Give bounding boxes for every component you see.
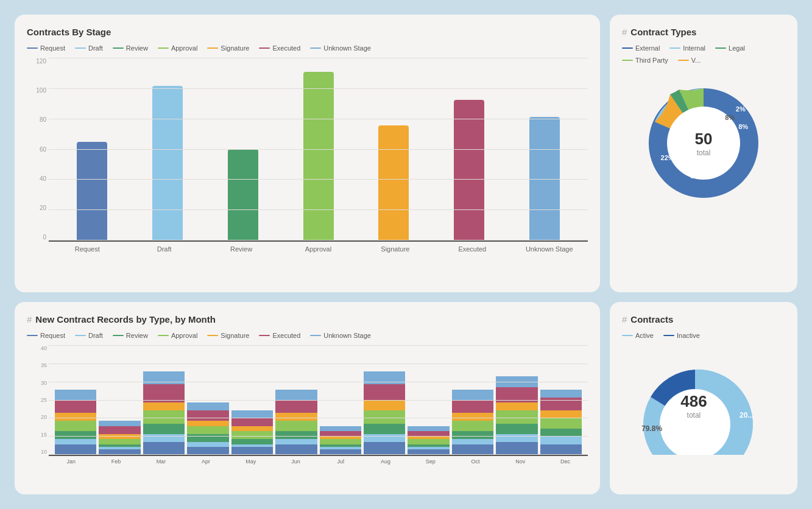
contracts-by-stage-title: Contracts By Stage: [27, 27, 588, 37]
stacked-bar-segment: [540, 410, 582, 418]
stacked-bar-segment: [540, 429, 582, 437]
stacked-bar-segment: [231, 418, 273, 426]
stacked-bar-segment: [275, 400, 317, 413]
contracts-legend: Active Inactive: [622, 332, 785, 339]
stacked-bar-segment: [99, 421, 140, 426]
stacked-bar-segment: [364, 434, 405, 442]
stacked-bar-segment: [55, 431, 96, 439]
stacked-bar-segment: [231, 410, 273, 418]
contracts-title: # Contracts: [622, 314, 785, 325]
stacked-bar-segment: [55, 413, 96, 421]
stacked-bar-segment: [55, 390, 96, 400]
stacked-bar-segment: [55, 444, 96, 455]
stacked-bar-segment: [364, 371, 405, 384]
stacked-bar-col: [275, 390, 317, 455]
stacked-bar-segment: [99, 426, 140, 434]
stacked-bar-segment: [231, 447, 273, 455]
legend-inactive: Inactive: [663, 332, 700, 339]
stacked-bar-segment: [187, 434, 228, 442]
stacked-bar-segment: [231, 439, 273, 444]
stacked-bar-segment: [320, 439, 361, 444]
new-contract-records-card: # New Contract Records by Type, by Month…: [15, 302, 600, 494]
stacked-bar-segment: [99, 439, 140, 444]
stacked-bar-segment: [496, 376, 537, 387]
bar: [378, 125, 409, 240]
stacked-bar-col: [452, 390, 493, 455]
stacked-bar-col: [408, 426, 449, 455]
stacked-bar-segment: [275, 431, 317, 439]
bar: [152, 86, 183, 240]
contract-types-title: # Contract Types: [622, 27, 785, 37]
stacked-bar-segment: [275, 413, 317, 421]
stacked-bar-segment: [143, 402, 185, 410]
stacked-bar-segment: [320, 431, 361, 437]
stacked-bar-segment: [275, 390, 317, 400]
stacked-bar-segment: [452, 400, 493, 413]
bar: [529, 117, 560, 240]
stacked-bar-col: [143, 371, 185, 455]
stacked-bar-segment: [99, 434, 140, 440]
stacked-bar-segment: [275, 421, 317, 431]
bar: [228, 149, 258, 240]
stacked-bar-segment: [231, 426, 273, 432]
stacked-bar-segment: [452, 439, 493, 444]
bar-col: [281, 58, 356, 240]
bar-col: [206, 58, 280, 240]
bar-col: [356, 58, 431, 240]
contract-types-card: # Contract Types ExternalInternalLegalTh…: [610, 15, 797, 292]
contracts-by-stage-legend: RequestDraftReviewApprovalSignatureExecu…: [27, 44, 588, 52]
stacked-bar-segment: [364, 424, 405, 434]
contract-types-legend: ExternalInternalLegalThird PartyV...: [622, 44, 785, 64]
stacked-bar-segment: [143, 371, 185, 384]
stacked-bar-segment: [143, 384, 185, 402]
stacked-bar-segment: [55, 400, 96, 413]
contracts-by-stage-card: Contracts By Stage RequestDraftReviewApp…: [15, 15, 600, 292]
stacked-bar-segment: [231, 431, 273, 439]
stacked-bar-segment: [496, 387, 537, 403]
stacked-bar-segment: [55, 421, 96, 431]
stacked-bar-segment: [496, 434, 537, 442]
bar-col: [507, 58, 582, 240]
legend-active: Active: [622, 332, 654, 339]
stacked-bar-segment: [452, 413, 493, 421]
stacked-bar-col: [99, 421, 140, 455]
stacked-bar-segment: [364, 410, 405, 423]
new-contract-legend: RequestDraftReviewApprovalSignatureExecu…: [27, 332, 588, 339]
stacked-bar-segment: [452, 390, 493, 400]
stacked-bar-segment: [187, 421, 228, 426]
stacked-bar-col: [231, 410, 273, 455]
bar-col: [130, 58, 205, 240]
stacked-bar-segment: [452, 421, 493, 431]
stacked-bar-segment: [496, 410, 537, 423]
new-contract-records-title: # New Contract Records by Type, by Month: [27, 314, 588, 325]
stacked-bar-segment: [496, 402, 537, 410]
stacked-bar-segment: [275, 444, 317, 455]
bar-col: [432, 58, 506, 240]
stacked-bar-segment: [187, 442, 228, 448]
stacked-bar-segment: [364, 400, 405, 410]
stacked-bar-segment: [408, 426, 449, 432]
contracts-card: # Contracts Active Inactive: [610, 302, 797, 494]
stacked-bar-col: [187, 402, 228, 455]
stacked-bar-segment: [187, 447, 228, 455]
stacked-bar-col: [320, 426, 361, 455]
stacked-bar-col: [55, 390, 96, 455]
stacked-bar-segment: [408, 449, 449, 455]
bar: [303, 72, 334, 240]
stacked-bar-col: [364, 371, 405, 455]
bar: [454, 100, 484, 240]
stacked-bar-segment: [452, 444, 493, 455]
bar-col: [55, 58, 129, 240]
stacked-bar-segment: [496, 442, 537, 455]
stacked-bar-segment: [408, 439, 449, 444]
stacked-bar-segment: [320, 449, 361, 455]
stacked-bar-segment: [187, 426, 228, 434]
stacked-bar-segment: [143, 434, 185, 442]
stacked-bar-segment: [55, 439, 96, 444]
contract-types-donut: 50 total 22% 68% 8% 2% 8%: [622, 70, 785, 210]
stacked-bar-segment: [187, 402, 228, 410]
stacked-bar-segment: [364, 442, 405, 455]
stacked-bar-segment: [540, 398, 582, 410]
bar: [77, 142, 107, 240]
stacked-bar-segment: [540, 418, 582, 429]
